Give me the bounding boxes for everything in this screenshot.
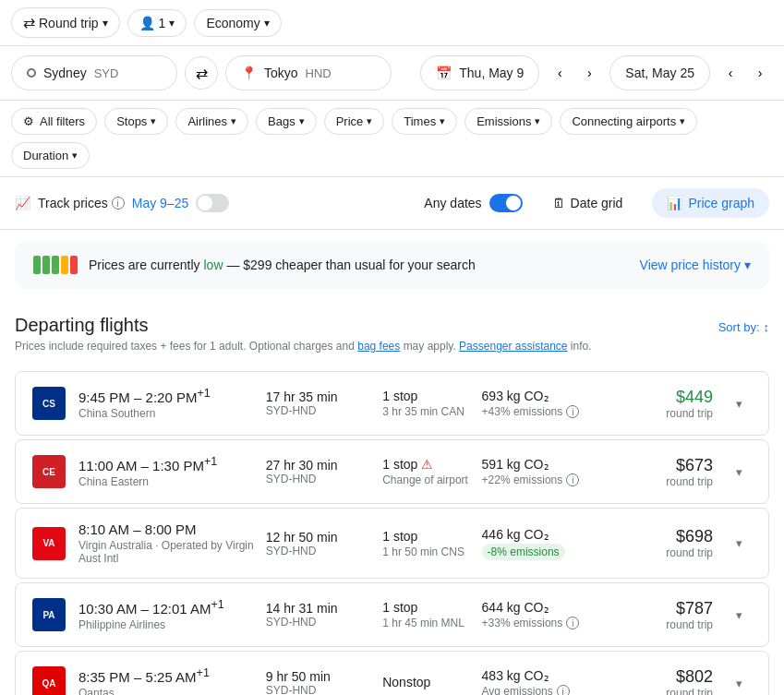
airline-logo: PA xyxy=(30,596,67,633)
view-history-button[interactable]: View price history ▾ xyxy=(640,258,751,272)
info-icon[interactable]: i xyxy=(112,197,125,210)
passenger-assistance-link[interactable]: Passenger assistance xyxy=(459,340,567,353)
view-history-label: View price history xyxy=(640,258,741,272)
flight-emissions: 483 kg CO₂ Avg emissions i xyxy=(482,668,614,695)
time-range: 8:10 AM – 8:00 PM xyxy=(78,521,255,537)
banner-low-text: low xyxy=(203,258,223,272)
destination-pin-icon: 📍 xyxy=(241,66,257,80)
expand-button[interactable]: ▾ xyxy=(724,389,754,418)
flight-row[interactable]: CE 11:00 AM – 1:30 PM+1 China Eastern 27… xyxy=(15,439,769,504)
times-chip[interactable]: Times ▾ xyxy=(392,108,457,135)
flight-row[interactable]: PA 10:30 AM – 12:01 AM+1 Philippine Airl… xyxy=(15,582,769,647)
expand-button[interactable]: ▾ xyxy=(724,668,754,695)
duration-route: SYD-HND xyxy=(266,404,371,417)
info-icon[interactable]: i xyxy=(566,405,579,418)
cabin-button[interactable]: Economy ▾ xyxy=(194,9,281,37)
price-label: Price xyxy=(336,114,364,128)
depart-date-nav: ‹ › xyxy=(547,60,602,86)
flight-duration: 27 hr 30 min SYD-HND xyxy=(266,458,371,485)
price-chip[interactable]: Price ▾ xyxy=(324,108,385,135)
bags-chevron: ▾ xyxy=(299,115,305,127)
flight-row[interactable]: CS 9:45 PM – 2:20 PM+1 China Southern 17… xyxy=(15,371,769,436)
depart-date-input[interactable]: 📅 Thu, May 9 xyxy=(420,55,539,90)
connecting-airports-chip[interactable]: Connecting airports ▾ xyxy=(560,108,697,135)
any-dates-toggle[interactable] xyxy=(489,194,523,212)
banner-text-after: — $299 cheaper than usual for your searc… xyxy=(226,258,475,272)
airlines-chip[interactable]: Airlines ▾ xyxy=(175,108,248,135)
origin-circle-icon xyxy=(27,68,36,78)
stops-detail: 1 hr 45 min MNL xyxy=(382,617,470,629)
flights-section: Departing flights Prices include require… xyxy=(0,300,784,695)
stops-label: 1 stop xyxy=(382,389,470,403)
flight-list: CS 9:45 PM – 2:20 PM+1 China Southern 17… xyxy=(15,371,769,695)
stops-label: 1 stop xyxy=(382,529,470,544)
price-chevron: ▾ xyxy=(367,115,372,127)
date-grid-button[interactable]: 🗓 Date grid xyxy=(537,188,638,218)
duration-time: 14 hr 31 min xyxy=(266,601,371,616)
flight-stops: 1 stop 1 hr 45 min MNL xyxy=(382,600,470,629)
emissions-chip[interactable]: Emissions ▾ xyxy=(464,108,552,135)
sliders-icon: ⚙ xyxy=(23,114,34,128)
depart-next-button[interactable]: › xyxy=(576,60,602,86)
price-type: round trip xyxy=(625,407,713,420)
sort-by-button[interactable]: Sort by: ↕ xyxy=(718,320,769,334)
trip-type-button[interactable]: ⇄ Round trip ▾ xyxy=(11,7,120,38)
day-offset: +1 xyxy=(197,666,210,679)
date-grid-icon: 🗓 xyxy=(552,196,565,210)
origin-code: SYD xyxy=(94,66,119,80)
chevron-down-icon: ▾ xyxy=(744,258,751,272)
cabin-chevron: ▾ xyxy=(264,17,270,30)
duration-label: Duration xyxy=(23,149,68,162)
depart-prev-button[interactable]: ‹ xyxy=(547,60,573,86)
swap-button[interactable]: ⇄ xyxy=(185,56,218,90)
info-icon[interactable]: i xyxy=(566,473,579,486)
bags-label: Bags xyxy=(268,114,296,128)
time-range: 11:00 AM – 1:30 PM+1 xyxy=(78,455,255,473)
destination-input[interactable]: 📍 Tokyo HND xyxy=(225,55,392,90)
flight-times: 9:45 PM – 2:20 PM+1 China Southern xyxy=(78,387,255,420)
origin-input[interactable]: Sydney SYD xyxy=(11,55,177,90)
info-icon[interactable]: i xyxy=(557,685,570,695)
flight-stops: 1 stop ⚠ Change of airport xyxy=(382,457,470,486)
banner-text-before: Prices are currently xyxy=(89,258,200,272)
flight-price: $698 round trip xyxy=(625,527,713,559)
view-options: 🗓 Date grid 📊 Price graph xyxy=(537,188,769,218)
duration-time: 9 hr 50 min xyxy=(266,669,371,684)
day-offset: +1 xyxy=(197,387,210,400)
return-next-button[interactable]: › xyxy=(747,60,773,86)
emissions-pct: +22% emissions i xyxy=(482,473,614,486)
flight-row[interactable]: VA 8:10 AM – 8:00 PM Virgin Australia · … xyxy=(15,508,769,579)
expand-button[interactable]: ▾ xyxy=(724,457,754,486)
price-type: round trip xyxy=(625,475,713,488)
price-value: $802 xyxy=(625,667,713,687)
expand-button[interactable]: ▾ xyxy=(724,529,754,558)
destination-code: HND xyxy=(306,66,332,80)
flight-times: 8:10 AM – 8:00 PM Virgin Australia · Ope… xyxy=(78,521,255,565)
stops-chip[interactable]: Stops ▾ xyxy=(104,108,168,135)
return-date: Sat, May 25 xyxy=(625,66,694,80)
flight-row[interactable]: QA 8:35 PM – 5:25 AM+1 Qantas 9 hr 50 mi… xyxy=(15,651,769,695)
airline-logo-placeholder: CE xyxy=(32,455,66,488)
passengers-button[interactable]: 👤 1 ▾ xyxy=(127,9,187,37)
airline-name: China Eastern xyxy=(78,475,255,488)
flight-duration: 14 hr 31 min SYD-HND xyxy=(266,601,371,629)
all-filters-label: All filters xyxy=(40,114,85,128)
airline-name: Virgin Australia · Operated by Virgin Au… xyxy=(78,539,255,565)
duration-chip[interactable]: Duration ▾ xyxy=(11,142,90,169)
all-filters-chip[interactable]: ⚙ All filters xyxy=(11,108,97,135)
info-icon[interactable]: i xyxy=(566,617,579,629)
return-date-input[interactable]: Sat, May 25 xyxy=(609,55,710,90)
stops-detail: Change of airport xyxy=(382,473,470,486)
expand-button[interactable]: ▾ xyxy=(724,600,754,629)
bags-chip[interactable]: Bags ▾ xyxy=(256,108,317,135)
top-nav: ⇄ Round trip ▾ 👤 1 ▾ Economy ▾ xyxy=(0,0,784,46)
emissions-pct: Avg emissions i xyxy=(482,685,614,695)
stops-label: 1 stop xyxy=(382,600,470,615)
return-prev-button[interactable]: ‹ xyxy=(718,60,743,86)
bag-fees-link[interactable]: bag fees xyxy=(357,340,400,353)
price-type: round trip xyxy=(625,687,713,696)
track-prices-toggle[interactable] xyxy=(196,194,229,212)
price-graph-icon: 📊 xyxy=(667,196,682,210)
price-graph-button[interactable]: 📊 Price graph xyxy=(652,188,769,218)
price-banner: Prices are currently low — $299 cheaper … xyxy=(15,241,769,289)
